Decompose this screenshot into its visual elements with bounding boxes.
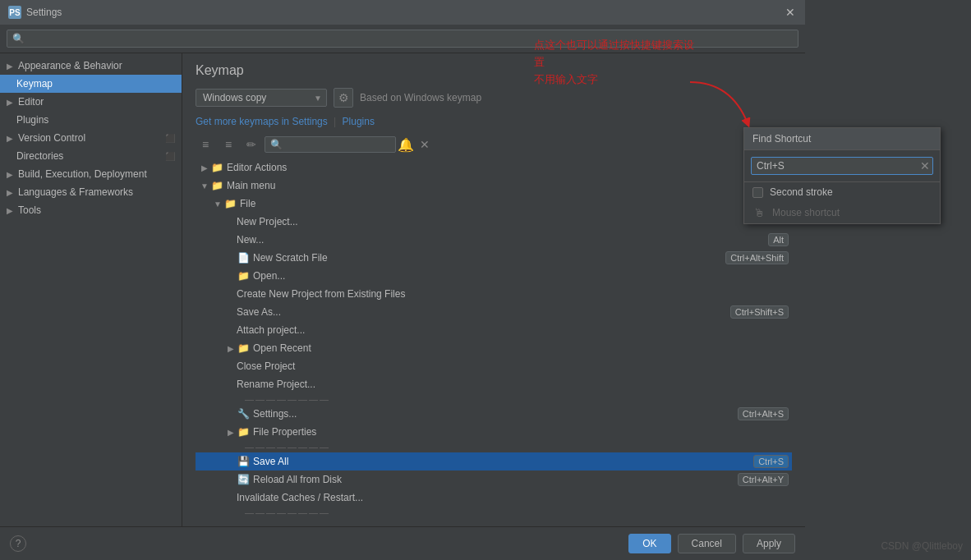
get-more-keymaps-link[interactable]: Get more keymaps in Settings <box>196 116 328 127</box>
sidebar-item-editor[interactable]: ▶ Editor <box>0 93 182 111</box>
collapse-all-button[interactable]: ≡ <box>219 135 238 154</box>
sidebar-item-tools[interactable]: ▶ Tools <box>0 201 182 219</box>
tree-container: ▶ 📁 Editor Actions ▼ 📁 Main menu ▼ 📁 Fil… <box>196 158 792 516</box>
shortcut-search-button[interactable]: 🔔 <box>396 135 416 154</box>
arrow-icon: ▶ <box>7 170 13 179</box>
tree-search-area: 🔔 ✕ <box>265 135 792 154</box>
folder-icon: 📁 <box>237 269 250 282</box>
tree-row[interactable]: Rename Project... <box>196 375 792 393</box>
keymap-select[interactable]: Windows copy <box>196 89 327 107</box>
pipe-separator: | <box>334 116 336 127</box>
tree-separator: ———————— <box>196 507 792 516</box>
tree-item-label: Close Project <box>237 360 789 372</box>
sidebar-item-label: Appearance & Behavior <box>18 60 122 71</box>
settings-dialog: PS Settings ✕ ▶ Appearance & Behavior Ke… <box>0 0 805 560</box>
tree-item-label: Rename Project... <box>237 379 789 390</box>
content-area: ▶ Appearance & Behavior Keymap ▶ Editor … <box>0 53 805 526</box>
find-shortcut-popup: Find Shortcut ✕ Second stroke 🖱 Mouse sh… <box>743 127 941 224</box>
find-input-clear-button[interactable]: ✕ <box>920 159 930 172</box>
tree-row[interactable]: Close Project <box>196 357 792 375</box>
tree-item-label: New Scratch File <box>253 252 722 264</box>
sidebar-item-directories[interactable]: Directories ⬛ <box>0 147 182 165</box>
tree-item-label: Save As... <box>237 306 727 318</box>
tree-item-label: Invalidate Caches / Restart... <box>237 492 789 503</box>
plugins-link[interactable]: Plugins <box>343 116 375 127</box>
folder-icon: 📁 <box>210 179 223 192</box>
cancel-button[interactable]: Cancel <box>678 534 736 553</box>
tree-row[interactable]: 🔧 Settings... Ctrl+Alt+S <box>196 405 792 423</box>
tree-item-label: Reload All from Disk <box>253 474 734 485</box>
sidebar-item-plugins[interactable]: Plugins <box>0 111 182 129</box>
second-stroke-option[interactable]: Second stroke <box>744 182 940 202</box>
arrow-icon: ▶ <box>7 98 13 107</box>
keymap-controls: Windows copy ▼ ⚙ Based on Windows keymap <box>196 88 792 108</box>
tree-row[interactable]: New Project... <box>196 213 792 231</box>
apply-button[interactable]: Apply <box>743 534 795 553</box>
expand-all-button[interactable]: ≡ <box>196 135 215 154</box>
arrow-icon: ▶ <box>7 188 13 197</box>
mouse-shortcut-option[interactable]: 🖱 Mouse shortcut <box>744 202 940 223</box>
ok-button[interactable]: OK <box>628 534 670 553</box>
reload-icon: 🔄 <box>237 473 250 486</box>
arrow-icon: ▶ <box>225 428 237 437</box>
help-button[interactable]: ? <box>10 535 26 552</box>
sidebar-item-languages[interactable]: ▶ Languages & Frameworks <box>0 183 182 201</box>
sidebar-item-build[interactable]: ▶ Build, Execution, Deployment <box>0 165 182 183</box>
tree-row[interactable]: Invalidate Caches / Restart... <box>196 489 792 507</box>
shortcut-badge: Alt <box>768 233 789 246</box>
tree-search-input[interactable] <box>265 136 396 153</box>
keymap-based-label: Based on Windows keymap <box>360 92 481 103</box>
sidebar-item-appearance[interactable]: ▶ Appearance & Behavior <box>0 57 182 75</box>
tree-item-label: File Properties <box>253 426 789 438</box>
watermark: CSDN @Qlittleboy <box>881 540 963 552</box>
app-icon: PS <box>8 6 21 19</box>
titlebar-left: PS Settings <box>8 6 62 19</box>
arrow-icon: ▼ <box>199 181 210 190</box>
second-stroke-checkbox[interactable] <box>752 187 763 198</box>
tree-item-label: File <box>240 198 789 209</box>
tree-toolbar: ≡ ≡ ✏ 🔔 ✕ <box>196 135 792 154</box>
find-shortcut-input[interactable] <box>751 157 933 175</box>
tree-row[interactable]: 📁 Open... <box>196 267 792 285</box>
mouse-shortcut-label: Mouse shortcut <box>772 207 840 218</box>
tree-row[interactable]: Create New Project from Existing Files <box>196 285 792 303</box>
sidebar-item-version-control[interactable]: ▶ Version Control ⬛ <box>0 129 182 147</box>
tree-row[interactable]: Save As... Ctrl+Shift+S <box>196 303 792 321</box>
sidebar-item-label: Languages & Frameworks <box>18 186 133 198</box>
sidebar-item-label: Editor <box>18 96 44 108</box>
shortcut-badge: Ctrl+Shift+S <box>730 305 789 319</box>
second-stroke-label: Second stroke <box>770 186 833 198</box>
titlebar: PS Settings ✕ <box>0 0 805 25</box>
sidebar-item-label: Plugins <box>16 114 48 126</box>
tree-row[interactable]: ▼ 📁 Main menu <box>196 177 792 195</box>
panel-title: Keymap <box>196 63 792 78</box>
tree-row[interactable]: 📄 New Scratch File Ctrl+Alt+Shift <box>196 249 792 267</box>
global-search-bar <box>0 25 805 53</box>
tree-row[interactable]: ▼ 📁 File <box>196 195 792 213</box>
sidebar-item-label: Version Control <box>18 132 85 144</box>
tree-row[interactable]: 🔄 Reload All from Disk Ctrl+Alt+Y <box>196 470 792 489</box>
search-clear-button[interactable]: ✕ <box>416 135 434 154</box>
folder-icon: 📁 <box>237 342 250 355</box>
tree-row[interactable]: ▶ 📁 Open Recent <box>196 339 792 357</box>
tree-separator: ———————— <box>196 441 792 452</box>
global-search-input[interactable] <box>7 30 798 48</box>
tree-item-label: Open... <box>253 270 789 282</box>
bottom-bar: ? OK Cancel Apply <box>0 526 805 560</box>
tree-item-label: Main menu <box>227 180 789 191</box>
tree-row[interactable]: New... Alt <box>196 231 792 249</box>
tree-item-label: Open Recent <box>253 342 789 354</box>
edit-shortcut-button[interactable]: ✏ <box>242 135 261 154</box>
arrow-icon: ▶ <box>225 344 237 353</box>
tree-row-save-all[interactable]: 💾 Save All Ctrl+S <box>196 452 792 470</box>
sidebar-item-keymap[interactable]: Keymap <box>0 75 182 93</box>
dialog-title: Settings <box>26 7 62 18</box>
folder-icon: 📁 <box>237 425 250 438</box>
tree-row[interactable]: ▶ 📁 File Properties <box>196 423 792 441</box>
tree-row[interactable]: Attach project... <box>196 321 792 339</box>
tree-row[interactable]: ▶ 📁 Editor Actions <box>196 158 792 177</box>
sidebar-item-label: Directories <box>16 150 63 162</box>
keymap-gear-button[interactable]: ⚙ <box>334 88 353 108</box>
tree-separator: ———————— <box>196 393 792 405</box>
close-button[interactable]: ✕ <box>784 6 797 19</box>
